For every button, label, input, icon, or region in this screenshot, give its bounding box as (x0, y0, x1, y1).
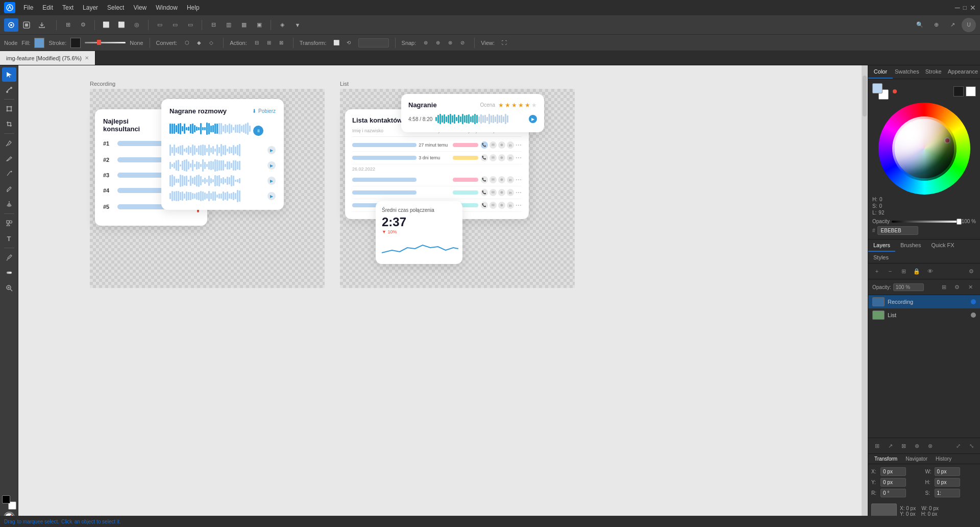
email-icon-c5[interactable]: ✉ (489, 202, 497, 209)
layers-tab-quickfx[interactable]: Quick FX (926, 239, 959, 252)
chat-icon-c3[interactable]: ⊕ (498, 176, 505, 183)
layer-opacity-input[interactable]: 100 % (893, 283, 924, 291)
toolbar-persona-pixel[interactable] (4, 18, 18, 32)
minimize-button[interactable]: ─ (955, 4, 960, 12)
snap-btn1[interactable]: ⊛ (420, 37, 431, 49)
more-icon-c1[interactable]: ⋯ (516, 141, 522, 149)
convert-btn2[interactable]: ◆ (193, 37, 205, 49)
download-btn[interactable]: ⬇ Pobierz (252, 108, 276, 114)
tool-pen[interactable] (2, 151, 16, 165)
fill-color-swatch[interactable] (34, 38, 44, 48)
swatches-tab[interactable]: Swatches (893, 65, 921, 79)
action-btn3[interactable]: ⊠ (276, 37, 287, 49)
phone-icon-c2[interactable]: 📞 (481, 154, 488, 161)
group-layer-btn[interactable]: ⊞ (898, 266, 909, 277)
h-input[interactable] (935, 478, 960, 487)
convert-btn1[interactable]: ⬡ (181, 37, 192, 49)
menu-text[interactable]: Text (58, 3, 78, 13)
linkedin-icon-c5[interactable]: in (507, 202, 514, 209)
stroke-black-box[interactable] (953, 86, 964, 97)
convert-btn3[interactable]: ◇ (206, 37, 217, 49)
tool-pencil[interactable] (2, 166, 16, 181)
toolbar-gear-btn[interactable]: ⚙ (76, 18, 90, 32)
tool-select[interactable] (2, 67, 16, 82)
tool-zoom[interactable] (2, 281, 16, 295)
tool-eyedropper[interactable] (2, 250, 16, 265)
phone-icon-c1[interactable]: 📞 (481, 141, 488, 149)
color-wheel[interactable] (878, 103, 970, 195)
red-dot[interactable] (893, 89, 897, 93)
linkedin-icon-c1[interactable]: in (507, 141, 514, 149)
fill-white-box[interactable] (966, 86, 976, 97)
detail-play-btn[interactable]: ▶ (529, 115, 537, 123)
delete-layer-btn[interactable]: − (885, 266, 896, 277)
toolbar-snap-menu[interactable]: ▼ (290, 18, 305, 32)
more-layer-options-btn[interactable]: ⚙ (966, 266, 977, 277)
linkedin-icon-c4[interactable]: in (507, 189, 514, 196)
phone-icon-c5[interactable]: 📞 (481, 202, 488, 209)
export-icon[interactable]: ↗ (885, 440, 896, 451)
tool-shapes[interactable] (2, 216, 16, 230)
tool-node[interactable] (2, 83, 16, 97)
toolbar-align-btn3[interactable]: ▦ (237, 18, 251, 32)
chat-icon-c2[interactable]: ⊕ (498, 154, 505, 161)
layer-settings-btn[interactable]: ⚙ (951, 281, 963, 293)
add-layer-btn[interactable]: + (871, 266, 883, 277)
w-input[interactable] (935, 467, 960, 476)
menu-select[interactable]: Select (103, 3, 128, 13)
menu-file[interactable]: File (19, 3, 37, 13)
layers-tab-layers[interactable]: Layers (868, 239, 895, 252)
toolbar-align-btn2[interactable]: ▥ (222, 18, 236, 32)
tab-close-btn[interactable]: ✕ (85, 55, 89, 61)
toolbar-transform-btn3[interactable]: ◎ (130, 18, 144, 32)
toolbar-snap-btn1[interactable]: ◈ (275, 18, 289, 32)
layer-recording-visibility[interactable] (971, 299, 976, 304)
toolbar-bool-btn1[interactable]: ▭ (153, 18, 167, 32)
layer-add-btn[interactable]: ✕ (965, 281, 976, 293)
toolbar-user-avatar[interactable]: U (962, 18, 976, 32)
maximize-button[interactable]: □ (963, 4, 967, 11)
more-icon-c3[interactable]: ⋯ (516, 176, 522, 183)
view-btn[interactable]: ⛶ (499, 37, 510, 49)
import-icon[interactable]: ⊠ (898, 440, 909, 451)
action-btn2[interactable]: ⊞ (263, 37, 275, 49)
vertical-scrollbar[interactable] (862, 65, 868, 521)
color-swatch-stack[interactable] (2, 495, 16, 510)
tool-fill[interactable] (2, 197, 16, 211)
tool-paint[interactable] (2, 136, 16, 150)
x-input[interactable] (880, 467, 906, 476)
layers-tab-styles[interactable]: Styles (868, 252, 894, 263)
next-btn-5[interactable]: ▶ (267, 192, 276, 200)
linkedin-icon-c3[interactable]: in (507, 176, 514, 183)
next-btn-4[interactable]: ▶ (267, 177, 276, 185)
tool-text[interactable]: T (2, 231, 16, 246)
layer-recording[interactable]: Recording (868, 295, 980, 308)
menu-edit[interactable]: Edit (38, 3, 57, 13)
linkedin-icon-c2[interactable]: in (507, 154, 514, 161)
more-icon-c2[interactable]: ⋯ (516, 154, 522, 161)
snap-btn2[interactable]: ⊕ (432, 37, 444, 49)
stroke-color-swatch[interactable] (70, 38, 81, 48)
transform-tab[interactable]: Transform (870, 454, 901, 464)
phone-icon-c4[interactable]: 📞 (481, 189, 488, 196)
chat-icon-c1[interactable]: ⊕ (498, 141, 505, 149)
more-icon-c4[interactable]: ⋯ (516, 189, 522, 196)
fg-color-box[interactable] (872, 83, 883, 93)
toolbar-view-btn1[interactable]: ⊞ (61, 18, 75, 32)
layer-list[interactable]: List (868, 308, 980, 322)
panel-expand-btn[interactable]: ⤢ (952, 440, 964, 451)
more-icon-c5[interactable]: ⋯ (516, 202, 522, 209)
r-input[interactable] (880, 489, 906, 497)
action-btn1[interactable]: ⊟ (251, 37, 262, 49)
play-btn-1[interactable]: ⏸ (253, 126, 263, 136)
navigator-tab[interactable]: Navigator (901, 454, 932, 464)
transform-btn1[interactable]: ⬜ (331, 37, 342, 49)
email-icon-c1[interactable]: ✉ (489, 141, 497, 149)
toolbar-align-btn1[interactable]: ⊟ (206, 18, 220, 32)
email-icon-c3[interactable]: ✉ (489, 176, 497, 183)
hide-layer-btn[interactable]: 👁 (924, 266, 936, 277)
transform-panel-icon[interactable]: ⊞ (871, 440, 883, 451)
snap-btn3[interactable]: ⊗ (445, 37, 456, 49)
layers-tab-brushes[interactable]: Brushes (895, 239, 926, 252)
menu-window[interactable]: Window (152, 3, 182, 13)
